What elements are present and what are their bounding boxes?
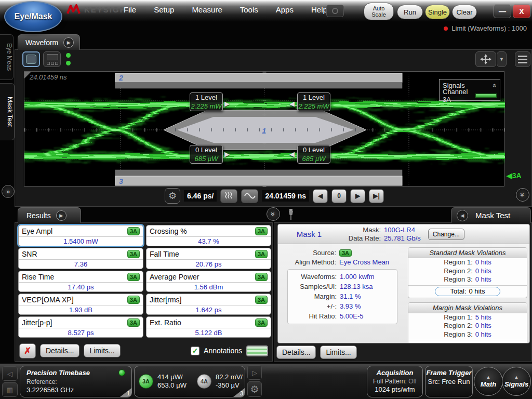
frame-trigger-card[interactable]: Frame Trigger Src: Free Run (425, 366, 473, 397)
mask-settings: Source: 3A Align Method: Eye Cross Mean … (280, 248, 404, 324)
delete-measurement-button[interactable]: ✗ (19, 343, 36, 358)
result-card-crossing[interactable]: Crossing %3A 43.7 % (146, 225, 271, 246)
signals-button[interactable]: ▲ Signals (502, 367, 531, 396)
sidebar-tab-mask-test[interactable]: Mask Test (0, 83, 15, 140)
chevron-up-icon: ▲ (486, 375, 491, 380)
annotations-checkbox[interactable]: ✓ (191, 347, 200, 355)
signals-legend[interactable]: Signals « Channel 3A (439, 79, 500, 101)
clear-button[interactable]: Clear (452, 5, 477, 19)
menu-measure[interactable]: Measure (192, 5, 222, 14)
menu-apps[interactable]: Apps (276, 5, 294, 14)
mask-name: Mask 1 (278, 230, 340, 238)
results-tab-menu-icon[interactable]: ▶ (56, 210, 66, 221)
margin-violations-box: Margin Mask Violations Region 1:5 hits R… (408, 302, 527, 344)
waveform-tab-menu-icon[interactable]: ▶ (63, 37, 74, 48)
screenshot-camera-icon[interactable] (326, 5, 344, 17)
keysight-spark-icon (66, 4, 81, 15)
mask-header: Mask 1 Mask: 100G-LR4 Data Rate: 25.781 … (278, 224, 529, 244)
result-card-jitter-rms[interactable]: Jitter[rms]3A 1.642 ps (146, 294, 271, 315)
single-button[interactable]: Single (425, 5, 450, 19)
pan-move-button[interactable] (475, 51, 496, 67)
result-card-ext-ratio[interactable]: Ext. Ratio3A 5.122 dB (146, 316, 271, 338)
result-card-rise-time[interactable]: Rise Time3A 17.40 ps (18, 271, 143, 292)
timebase-led-icon (118, 369, 125, 376)
pin-icon[interactable] (287, 208, 295, 223)
nav-end-button[interactable]: ▶| (369, 189, 384, 203)
one-level-annotation-left[interactable]: 1 Level 2.225 mW (190, 92, 223, 111)
time-scale-value[interactable]: 6.46 ps/ (184, 190, 217, 202)
result-card-snr[interactable]: SNR3A 7.36 (18, 248, 143, 269)
channel-3a-badge[interactable]: 3A (139, 374, 153, 389)
menu-tools[interactable]: Tools (240, 5, 258, 14)
tab-waveform[interactable]: Waveform ▶ (18, 34, 80, 50)
nav-next-button[interactable]: ▶ (350, 189, 365, 203)
annotation-color-swatch[interactable] (246, 345, 268, 356)
source-badge: 3A (127, 296, 140, 304)
zero-level-annotation-left[interactable]: 0 Level 685 µW (190, 145, 223, 164)
result-card-average-power[interactable]: Average Power3A 1.56 dBm (146, 271, 271, 292)
source-badge: 3A (339, 249, 352, 257)
results-details-button[interactable]: Details... (40, 344, 79, 357)
channel-settings-gear-icon[interactable]: ⚙ (247, 381, 262, 397)
mask-region2-label: 2 (118, 74, 123, 82)
annotation-pointer-icon: ▶ (224, 100, 230, 108)
waveform-collapse-button[interactable]: » (516, 188, 529, 202)
minimize-button[interactable]: — (494, 4, 511, 18)
compress-waveform-button[interactable] (220, 189, 237, 203)
result-card-fall-time[interactable]: Fall Time3A 20.76 ps (146, 248, 271, 269)
result-card-jitter-pp[interactable]: Jitter[p-p]3A 8.527 ps (18, 316, 143, 338)
run-button[interactable]: Run (397, 5, 423, 19)
standard-violations-box: Standard Mask Violations Region 1:0 hits… (408, 247, 527, 298)
results-limits-button[interactable]: Limits... (84, 344, 120, 357)
source-badge: 3A (255, 250, 268, 258)
close-button[interactable]: X (513, 4, 530, 18)
scroll-left-button[interactable]: ◁ (2, 366, 18, 381)
waveform-hamburger-menu-button[interactable] (515, 51, 530, 67)
chevron-down-icon: » (269, 212, 277, 216)
menu-setup[interactable]: Setup (154, 5, 174, 14)
mask-stats-box: Waveforms:1.000 kwfm Samples/UI:128.13 k… (287, 269, 397, 324)
channel-4a-badge[interactable]: 4A (197, 374, 211, 389)
one-level-annotation-right[interactable]: 1 Level 2.225 mW (297, 92, 330, 111)
acquisition-card[interactable]: Acquisition Full Pattern: Off 1024 pts/w… (367, 366, 423, 397)
sine-wave-button[interactable] (241, 189, 258, 203)
channels-card[interactable]: 3A 414 µW/ 653.0 µW 4A 82.2 mV/ -350 µV … (134, 366, 245, 397)
channel-scroll-right-button[interactable]: ▷ (247, 365, 262, 380)
math-button[interactable]: ▲ Math (474, 367, 503, 396)
sidebar-expand-button[interactable]: » (2, 185, 15, 198)
mask-limits-button[interactable]: Limits... (320, 345, 356, 359)
legend-collapse-icon[interactable]: « (491, 83, 499, 87)
results-footer: ✗ Details... Limits... ✓ Annotations (15, 340, 272, 361)
single-view-icon (26, 55, 36, 64)
sidebar-tab-eye-meas[interactable]: Eye Meas (0, 34, 14, 80)
timebase-settings-gear-icon[interactable]: ⚙ (165, 188, 180, 204)
mask-violations: Standard Mask Violations Region 1:0 hits… (408, 247, 527, 343)
auto-scale-button[interactable]: Auto Scale (364, 3, 394, 20)
sine-wave-icon (244, 192, 256, 200)
panel-collapse-button[interactable]: » (267, 207, 280, 221)
menu-file[interactable]: File (124, 5, 136, 14)
nav-zero-button[interactable]: 0 (331, 189, 347, 203)
menu-help[interactable]: Help (311, 5, 327, 14)
pan-dropdown-button[interactable]: ▼ (497, 51, 507, 67)
data-rate-value: 25.781 Gb/s (384, 234, 421, 243)
result-card-vecp[interactable]: VECP[OMA XP]3A 1.93 dB (18, 294, 143, 315)
mask-test-back-icon[interactable]: ◀ (457, 210, 468, 221)
time-position-value[interactable]: 24.01459 ns (262, 190, 309, 202)
quad-view-button[interactable] (43, 51, 61, 67)
precision-timebase-card[interactable]: Precision Timebase Reference: 3.2226563 … (20, 366, 132, 397)
result-card-eye-ampl[interactable]: Eye Ampl3A 1.5400 mW (18, 225, 143, 246)
change-mask-button[interactable]: Change... (428, 229, 464, 240)
source-badge: 3A (127, 318, 140, 327)
tab-results[interactable]: Results ▶ (18, 207, 81, 223)
tab-mask-test[interactable]: ◀ Mask Test (451, 207, 531, 223)
eye-diagram-plot[interactable]: 2 3 1 24.01459 ns 1 Level 2.225 mW 1 Lev… (24, 71, 504, 187)
grid-view-button[interactable]: ▦ (2, 382, 18, 397)
source-badge: 3A (255, 318, 268, 327)
camera-lens-icon (332, 8, 338, 14)
nav-previous-button[interactable]: ◀ (313, 189, 328, 203)
mask-details-button[interactable]: Details... (276, 345, 316, 359)
zero-level-annotation-right[interactable]: 0 Level 685 µW (297, 145, 330, 164)
single-view-button[interactable] (22, 51, 40, 67)
mask-test-footer: Details... Limits... (276, 345, 357, 359)
